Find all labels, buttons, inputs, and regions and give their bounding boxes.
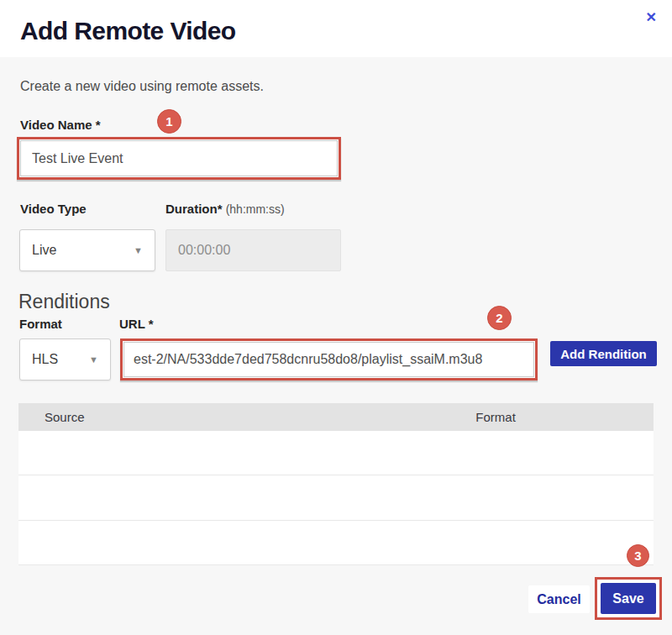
duration-label: Duration* (hh:mm:ss)	[165, 202, 285, 216]
table-header-source: Source	[18, 410, 475, 424]
renditions-heading: Renditions	[18, 291, 110, 313]
duration-value: 00:00:00	[178, 243, 230, 258]
format-value: HLS	[32, 352, 58, 367]
save-highlight-box: Save	[595, 577, 662, 620]
video-name-highlight-box	[17, 137, 341, 180]
video-type-label: Video Type	[20, 202, 87, 216]
save-button[interactable]: Save	[601, 583, 656, 614]
table-row	[18, 475, 654, 520]
format-label: Format	[19, 317, 62, 331]
close-icon[interactable]: ✕	[646, 11, 657, 24]
annotation-badge-3: 3	[627, 544, 649, 567]
duration-label-text: Duration*	[165, 202, 223, 216]
chevron-down-icon: ▼	[89, 354, 98, 365]
url-label: URL *	[119, 317, 154, 331]
table-row	[18, 521, 654, 565]
modal-header: Add Remote Video ✕	[0, 0, 672, 57]
add-rendition-button[interactable]: Add Rendition	[550, 341, 657, 366]
video-type-value: Live	[32, 243, 56, 258]
video-type-select[interactable]: Live ▼	[19, 229, 155, 271]
url-input[interactable]	[123, 342, 534, 377]
video-name-input[interactable]	[20, 140, 338, 176]
table-row	[18, 431, 654, 475]
table-body	[18, 431, 654, 565]
chevron-down-icon: ▼	[134, 245, 143, 255]
cancel-button[interactable]: Cancel	[528, 585, 590, 613]
duration-input[interactable]: 00:00:00	[165, 229, 341, 271]
add-remote-video-modal: Add Remote Video ✕ Create a new video us…	[0, 0, 672, 635]
renditions-table: Source Format	[18, 403, 654, 565]
modal-subtitle: Create a new video using remote assets.	[20, 79, 264, 94]
table-header-format: Format	[475, 410, 654, 424]
duration-format-hint: (hh:mm:ss)	[226, 202, 285, 216]
table-header-row: Source Format	[18, 403, 654, 431]
annotation-badge-2: 2	[487, 306, 512, 330]
annotation-badge-1: 1	[157, 109, 181, 134]
modal-title: Add Remote Video	[20, 17, 236, 45]
format-select[interactable]: HLS ▼	[19, 338, 111, 380]
video-name-label: Video Name *	[20, 118, 101, 132]
url-highlight-box	[120, 338, 538, 380]
